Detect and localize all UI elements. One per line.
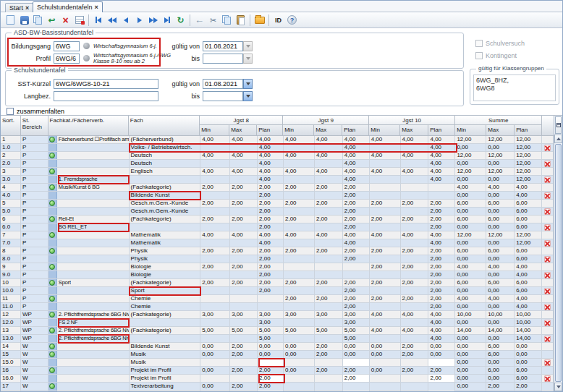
first-button[interactable] xyxy=(91,14,105,27)
cell-p8[interactable]: 2,00 xyxy=(258,263,284,271)
cell-m9[interactable] xyxy=(284,375,315,383)
cell-x10[interactable] xyxy=(401,359,429,367)
cell-ms[interactable]: 0,00 xyxy=(455,359,486,367)
cell-fachkat[interactable]: 2. Pflichtfremdsprache 6BG Niveau F xyxy=(48,311,130,319)
cell-x9[interactable]: 2,00 xyxy=(315,247,343,255)
cell-m8[interactable] xyxy=(200,176,230,184)
zusammenfalten-checkbox[interactable]: zusammenfalten xyxy=(7,108,64,115)
cell-m9[interactable] xyxy=(284,335,315,343)
cell-x9[interactable] xyxy=(315,176,343,184)
cell-fach[interactable]: Gesch.m.Gem.-Kunde xyxy=(130,200,201,208)
cell-x10[interactable]: 2,00 xyxy=(401,367,429,375)
cell-ps[interactable]: 2,00 xyxy=(515,383,542,391)
cell-m8[interactable]: 2,00 xyxy=(200,279,230,287)
cell-xs[interactable]: 0,00 xyxy=(486,375,515,383)
cell-x10[interactable] xyxy=(401,144,429,152)
table-row[interactable]: 5PGesch.m.Gem.-Kunde2,002,002,002,002,00… xyxy=(1,200,554,208)
cell-p8[interactable]: 5,00 xyxy=(258,335,284,343)
cell-x9[interactable] xyxy=(315,192,343,200)
cell-p10[interactable]: 4,00 xyxy=(428,319,455,327)
cell-m8[interactable] xyxy=(200,319,230,327)
cell-bereich[interactable]: P xyxy=(21,279,48,287)
cell-x8[interactable] xyxy=(230,391,258,391)
cell-fach[interactable]: Deutsch xyxy=(130,160,201,168)
cell-m8[interactable]: 2,00 xyxy=(200,216,230,223)
cell-xs[interactable]: 4,00 xyxy=(486,184,515,192)
cell-bereich[interactable]: P xyxy=(21,152,48,160)
cell-ps[interactable]: 6,00 xyxy=(515,200,542,208)
cell-ms[interactable]: 4,00 xyxy=(455,184,486,192)
cell-p10[interactable] xyxy=(428,184,455,192)
delete-row-icon[interactable] xyxy=(544,240,551,247)
cell-p9[interactable]: 4,00 xyxy=(343,168,370,176)
cell-xs[interactable]: 0,00 xyxy=(486,391,515,391)
cell-m8[interactable]: 0,00 xyxy=(200,383,230,391)
cell-m10[interactable]: 4,00 xyxy=(370,168,401,176)
table-row[interactable]: 4.0PBildende Kunst2,002,000,000,004,00 xyxy=(1,192,554,200)
cell-bereich[interactable]: W xyxy=(21,375,48,383)
cell-ps[interactable]: 2,00 xyxy=(515,391,542,391)
cell-m8[interactable] xyxy=(200,255,230,263)
cell-sort[interactable]: 12 xyxy=(1,311,21,319)
cell-fach[interactable]: Projekt im Profil xyxy=(130,367,201,375)
col-header-fach[interactable]: Fach xyxy=(129,116,200,136)
cell-bereich[interactable]: WP xyxy=(21,319,48,327)
delete-row-icon[interactable] xyxy=(544,391,551,392)
cell-sort[interactable]: 7 xyxy=(1,231,21,239)
cell-x10[interactable] xyxy=(401,208,429,216)
cell-m9[interactable]: 2,00 xyxy=(284,279,315,287)
cell-x10[interactable] xyxy=(401,271,429,279)
cell-m10[interactable] xyxy=(370,255,401,263)
cell-sort[interactable]: 17 xyxy=(1,383,21,391)
cell-sort[interactable]: 9.0 xyxy=(1,271,21,279)
cell-x8[interactable] xyxy=(230,303,258,311)
cell-ps[interactable]: 0,00 xyxy=(515,351,542,359)
back-arrow-button[interactable]: ← xyxy=(192,14,206,27)
delete-row-icon[interactable] xyxy=(544,359,551,366)
cell-ps[interactable]: 14,00 xyxy=(515,335,542,343)
cell-bereich[interactable]: W xyxy=(21,343,48,351)
cell-fach[interactable]: Bildende Kunst xyxy=(130,192,201,200)
cell-p8[interactable]: 2,00 xyxy=(258,391,284,391)
cell-m9[interactable] xyxy=(284,287,315,295)
cell-p8[interactable]: 2,00 xyxy=(258,223,284,231)
cell-ms[interactable]: 0,00 xyxy=(455,351,486,359)
table-row[interactable]: 6PReli-Et(Fachkategorie)2,002,002,002,00… xyxy=(1,216,554,223)
cell-sort[interactable]: 14 xyxy=(1,343,21,351)
cell-m8[interactable]: 2,00 xyxy=(200,247,230,255)
delete-row-icon[interactable] xyxy=(544,336,551,342)
cell-x9[interactable]: 2,00 xyxy=(315,367,343,375)
cell-p10[interactable]: 0,00 xyxy=(428,343,455,351)
cell-p10[interactable]: 2,00 xyxy=(428,303,455,311)
cell-x9[interactable]: 2,00 xyxy=(315,343,343,351)
cell-sort[interactable]: 3.0 xyxy=(1,176,21,184)
cell-x9[interactable] xyxy=(315,160,343,168)
cell-sort[interactable]: 10 xyxy=(1,279,21,287)
cell-bereich[interactable]: P xyxy=(21,287,48,295)
cell-p8[interactable]: 4,00 xyxy=(258,176,284,184)
cell-ms[interactable]: 0,00 xyxy=(455,176,486,184)
delete-row-icon[interactable] xyxy=(544,272,551,278)
cell-p8[interactable]: 2,00 xyxy=(258,200,284,208)
cell-p10[interactable]: 2,00 xyxy=(428,375,455,383)
cell-m10[interactable] xyxy=(370,223,401,231)
cell-p8[interactable]: 0,00 xyxy=(258,343,284,351)
cell-p8[interactable]: 2,00 xyxy=(258,279,284,287)
col-header-max[interactable]: Max xyxy=(314,125,342,136)
cell-x10[interactable]: 2,00 xyxy=(401,351,429,359)
cell-p9[interactable]: 2,00 xyxy=(343,208,370,216)
cell-x9[interactable]: 3,00 xyxy=(315,311,343,319)
cell-m9[interactable]: 2,00 xyxy=(284,295,315,303)
cell-fachkat[interactable] xyxy=(48,263,130,271)
cell-fach[interactable]: Chemie xyxy=(130,295,201,303)
cell-m10[interactable] xyxy=(370,335,401,343)
cell-p10[interactable]: 2,00 xyxy=(428,263,455,271)
cell-p9[interactable]: 4,00 xyxy=(343,152,370,160)
cell-p9[interactable]: 4,00 xyxy=(343,176,370,184)
cell-fach[interactable]: (Fachkategorie) xyxy=(130,216,201,223)
table-row[interactable]: 1PFächerverbund ☐Profilfach am 6WG...(Fä… xyxy=(1,136,554,144)
cell-p10[interactable]: 2,00 xyxy=(428,223,455,231)
cell-p10[interactable] xyxy=(428,391,455,391)
cell-m8[interactable] xyxy=(200,160,230,168)
cell-fach[interactable]: Bildende Kunst xyxy=(130,343,201,351)
